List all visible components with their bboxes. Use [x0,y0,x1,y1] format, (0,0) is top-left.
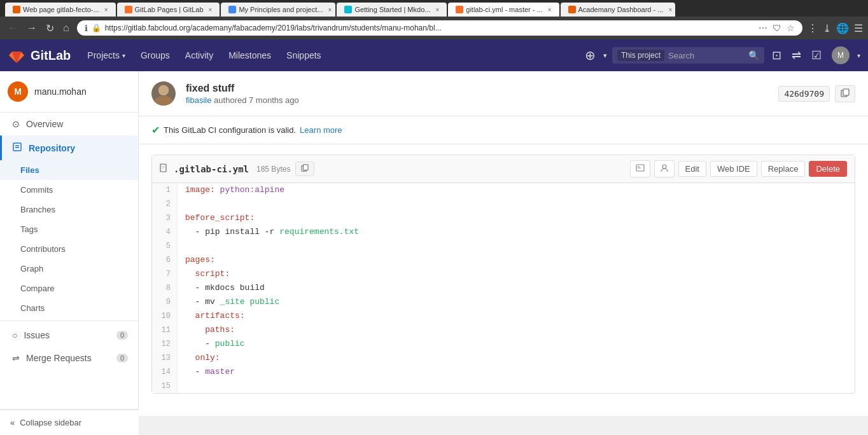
replace-button[interactable]: Replace [761,161,806,177]
gitlab-navbar: GitLab Projects ▾ Groups Activity Milest… [0,39,868,71]
edit-button[interactable]: Edit [678,161,706,177]
new-item-button[interactable]: ⊕ [582,45,598,66]
merge-requests-icon: ⇌ [12,353,20,363]
gitlab-wordmark: GitLab [31,48,71,63]
tab-favicon-1 [13,6,20,13]
menu-button[interactable]: ☰ [854,22,863,34]
close-tab-1[interactable]: × [104,6,108,13]
gitlab-logo[interactable]: GitLab [8,46,71,64]
ci-status-bar: ✔ This GitLab CI configuration is valid.… [139,116,868,144]
sidebar-subitem-branches[interactable]: Branches [0,200,138,219]
raw-icon [636,163,645,172]
user-menu-chevron[interactable]: ▾ [857,52,860,59]
sidebar-subitem-compare[interactable]: Compare [0,279,138,298]
sync-icon[interactable]: 🌐 [836,22,849,34]
nav-projects[interactable]: Projects ▾ [81,46,132,64]
forward-button[interactable]: → [24,21,39,35]
tab-3[interactable]: My Principles and project... × [221,3,335,17]
address-bar[interactable]: ℹ 🔒 https://gitlab.fabcloud.org/academan… [77,20,802,36]
merge-requests-badge: 0 [116,354,128,362]
blame-button[interactable] [654,160,675,177]
tab-favicon-4 [344,6,352,13]
search-input[interactable]: Search [668,51,745,60]
svg-point-5 [158,85,169,95]
sidebar-subitem-files[interactable]: Files [0,160,138,180]
tab-favicon-2 [125,6,132,13]
sidebar-item-issues[interactable]: ○ Issues 0 [0,324,138,347]
line-code [178,239,198,253]
commit-message: fixed stuff [186,83,768,94]
sidebar-item-repository[interactable]: Repository [0,135,138,160]
line-number: 14 [152,365,178,379]
delete-button[interactable]: Delete [809,161,847,177]
bookmark-star[interactable]: ⋯ [759,23,767,33]
address-actions: ⋯ 🛡 ☆ [759,23,795,33]
downloads-icon[interactable]: ⤓ [823,22,831,34]
todo-icon[interactable]: ☑ [809,46,824,65]
back-button[interactable]: ← [5,21,20,35]
sidebar-subitem-tags[interactable]: Tags [0,219,138,239]
tab-2[interactable]: GitLab Pages | GitLab × [117,3,220,17]
nav-snippets[interactable]: Snippets [280,46,327,64]
close-tab-5[interactable]: × [548,6,552,13]
sidebar-toggle[interactable]: ⋮ [808,22,818,34]
sidebar-subitem-charts[interactable]: Charts [0,298,138,318]
sidebar-item-overview[interactable]: ⊙ Overview [0,113,138,135]
copy-hash-button[interactable] [835,85,855,102]
tab-label-6: Academany Dashboard - ... [578,6,664,13]
issues-badge: 0 [116,331,128,340]
sidebar-subitem-commits[interactable]: Commits [0,180,138,200]
shield-icon: 🛡 [773,23,781,33]
star-icon[interactable]: ☆ [787,23,795,33]
merge-request-icon[interactable]: ⇌ [789,46,804,65]
home-button[interactable]: ⌂ [60,21,72,35]
tab-1[interactable]: Web page gitlab-fecto-... × [5,3,116,17]
tab-5[interactable]: gitlab-ci.yml - master - ... × [448,3,559,17]
table-row: 3before_script: [152,211,855,225]
refresh-button[interactable]: ↻ [43,21,57,36]
browser-chrome: ← → ↻ ⌂ ℹ 🔒 https://gitlab.fabcloud.org/… [0,17,868,39]
tab-label-2: GitLab Pages | GitLab [135,6,204,13]
copy-icon [841,88,850,97]
line-number: 10 [152,309,178,323]
user-avatar-icon[interactable]: M [829,44,852,67]
search-icon: 🔍 [748,50,759,60]
close-tab-6[interactable]: × [668,6,672,13]
sidebar-user[interactable]: M manu.mohan [0,71,138,113]
table-row: 13 only: [152,351,855,365]
browser-actions: ⋮ ⤓ 🌐 ☰ [808,22,863,34]
table-row: 2 [152,197,855,211]
search-box[interactable]: This project Search 🔍 [612,47,764,64]
copy-file-path-button[interactable] [295,162,314,176]
ci-learn-more-link[interactable]: Learn more [300,125,342,135]
sidebar-item-merge-requests[interactable]: ⇌ Merge Requests 0 [0,347,138,369]
copy-path-icon [301,164,309,172]
table-row: 10 artifacts: [152,309,855,323]
nav-groups[interactable]: Groups [134,46,176,64]
nav-activity[interactable]: Activity [179,46,220,64]
tab-4[interactable]: Getting Started | Mkdo... × [337,3,447,17]
web-ide-button[interactable]: Web IDE [710,161,757,177]
close-tab-4[interactable]: × [435,6,439,13]
graph-label: Graph [20,264,43,273]
line-code: - pip install -r requirements.txt [178,225,367,239]
commit-meta: fibasile authored 7 months ago [186,95,768,105]
overview-icon: ⊙ [12,119,20,129]
avatar: M [8,81,28,102]
user-avatar-circle: M [832,46,850,64]
close-tab-3[interactable]: × [328,6,332,13]
sidebar-subitem-contributors[interactable]: Contributors [0,239,138,259]
tab-6[interactable]: Academany Dashboard - ... × [561,3,675,17]
raw-view-button[interactable] [630,160,650,177]
collapse-sidebar-button[interactable]: « Collapse sidebar [0,410,139,416]
profile-icon[interactable]: ⊡ [769,46,784,65]
sidebar-subitem-graph[interactable]: Graph [0,259,138,279]
username-label: manu.mohan [34,86,87,97]
nav-milestones[interactable]: Milestones [222,46,277,64]
table-row: 5 [152,239,855,253]
new-item-chevron[interactable]: ▾ [603,52,607,60]
sidebar-item-overview-label: Overview [26,119,63,129]
sidebar-divider-1 [0,321,138,321]
commits-label: Commits [20,185,53,195]
close-tab-2[interactable]: × [209,6,213,13]
